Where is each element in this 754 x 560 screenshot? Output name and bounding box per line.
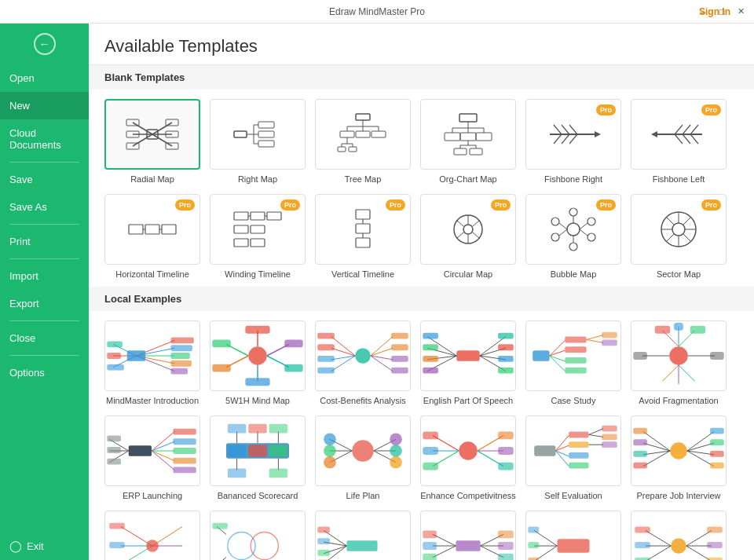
template-circular-map[interactable]: Pro Circular Map	[420, 194, 516, 280]
sidebar-item-open[interactable]: Open	[0, 64, 89, 92]
sidebar-item-new[interactable]: New	[0, 92, 89, 119]
example-self-eval[interactable]: Self Evaluation	[525, 415, 621, 501]
svg-rect-134	[107, 364, 124, 370]
svg-rect-82	[356, 210, 370, 219]
template-tree-map[interactable]: Tree Map	[315, 99, 411, 185]
sidebar-divider-4	[9, 320, 79, 321]
sidebar-divider-1	[9, 162, 79, 163]
template-sector-map[interactable]: Pro	[631, 194, 727, 280]
sign-in-button[interactable]: Sign In	[699, 6, 730, 17]
sidebar-item-save[interactable]: Save	[0, 166, 89, 193]
example-cost-benefits-thumb[interactable]	[315, 320, 411, 391]
example-self-eval-thumb[interactable]	[525, 415, 621, 486]
template-sector-map-thumb[interactable]: Pro	[631, 194, 727, 265]
template-v-timeline-thumb[interactable]: Pro	[315, 194, 411, 265]
svg-rect-296	[710, 451, 724, 457]
template-fishbone-left[interactable]: Pro Fishbone Left	[631, 99, 727, 185]
example-mindmaster-intro[interactable]: MindMaster Introduction	[104, 320, 200, 406]
example-prepare-job[interactable]: Prepare Job Interview	[631, 415, 727, 501]
template-v-timeline[interactable]: Pro Vertical Timeline	[315, 194, 411, 280]
svg-line-275	[589, 429, 604, 435]
svg-rect-193	[602, 331, 617, 338]
template-radial-map-thumb[interactable]	[104, 99, 200, 170]
template-w-timeline-thumb[interactable]: Pro	[210, 194, 306, 265]
example-avoid-frag-thumb[interactable]	[631, 320, 727, 391]
template-orgchart-map[interactable]: Org-Chart Map	[420, 99, 516, 185]
svg-rect-177	[423, 367, 438, 373]
template-h-timeline-thumb[interactable]: Pro	[104, 194, 200, 265]
example-row3-3-thumb[interactable]	[315, 511, 411, 560]
example-cost-benefits[interactable]: Cost-Benefits Analysis	[315, 320, 411, 406]
example-balanced[interactable]: Bananced Scorecard	[210, 415, 306, 501]
content-scroll[interactable]: Blank Templates	[89, 65, 754, 560]
template-right-map[interactable]: Right Map	[210, 99, 306, 185]
example-english-parts[interactable]: English Part Of Speech	[420, 320, 516, 406]
template-tree-map-thumb[interactable]	[315, 99, 411, 170]
sidebar-item-options[interactable]: Options	[0, 359, 89, 386]
example-mindmaster-intro-thumb[interactable]	[104, 320, 200, 391]
example-life-plan-thumb[interactable]	[315, 415, 411, 486]
example-row3-5[interactable]	[525, 511, 621, 560]
example-avoid-frag[interactable]: Avoid Fragmentation	[631, 320, 727, 406]
svg-rect-159	[317, 356, 335, 362]
svg-rect-207	[633, 352, 647, 360]
template-fishbone-right-thumb[interactable]: Pro	[525, 99, 621, 170]
svg-rect-43	[445, 133, 460, 141]
svg-rect-77	[234, 225, 248, 233]
template-h-timeline[interactable]: Pro Horizontal Timeline	[104, 194, 200, 280]
example-erp-thumb[interactable]	[104, 415, 200, 486]
svg-rect-13	[234, 131, 247, 137]
example-row3-5-thumb[interactable]	[525, 511, 621, 560]
exit-button[interactable]: ◯ Exit	[0, 532, 89, 560]
svg-rect-349	[635, 527, 650, 533]
example-row3-4-thumb[interactable]	[420, 511, 516, 560]
back-button[interactable]: ←	[0, 24, 89, 64]
svg-rect-335	[557, 539, 589, 553]
sidebar-item-close[interactable]: Close	[0, 324, 89, 352]
example-prepare-job-thumb[interactable]	[631, 415, 727, 486]
example-enhance[interactable]: Enhance Competivitness	[420, 415, 516, 501]
example-enhance-thumb[interactable]	[420, 415, 516, 486]
template-radial-map[interactable]: Radial Map	[104, 99, 200, 185]
template-fishbone-left-thumb[interactable]: Pro	[631, 99, 727, 170]
svg-rect-180	[498, 356, 514, 362]
example-self-eval-label: Self Evaluation	[544, 490, 602, 501]
example-row3-4[interactable]	[420, 511, 516, 560]
example-row3-1[interactable]	[104, 511, 200, 560]
sidebar-item-print[interactable]: Print	[0, 228, 89, 255]
svg-rect-224	[173, 458, 196, 464]
example-row3-2-thumb[interactable]	[210, 511, 306, 560]
template-w-timeline[interactable]: Pro Winding Timeli	[210, 194, 306, 280]
example-case-study-thumb[interactable]	[525, 320, 621, 391]
example-life-plan[interactable]: Life Plan	[315, 415, 411, 501]
example-english-parts-thumb[interactable]	[420, 320, 516, 391]
template-bubble-map-thumb[interactable]: Pro	[525, 194, 621, 265]
example-balanced-thumb[interactable]	[210, 415, 306, 486]
template-bubble-map[interactable]: Pro	[525, 194, 621, 280]
svg-rect-225	[173, 467, 196, 473]
svg-line-104	[559, 229, 567, 236]
example-row3-6[interactable]	[631, 511, 727, 560]
example-5w1h-thumb[interactable]	[210, 320, 306, 391]
sidebar-item-saveas[interactable]: Save As	[0, 193, 89, 221]
svg-line-199	[662, 364, 679, 381]
template-right-map-thumb[interactable]	[210, 99, 306, 170]
example-row3-1-thumb[interactable]	[104, 511, 200, 560]
svg-line-3	[152, 123, 172, 134]
example-erp[interactable]: ERP Launching	[104, 415, 200, 501]
example-5w1h[interactable]: 5W1H Mind Map	[210, 320, 306, 406]
sidebar-item-import[interactable]: Import	[0, 262, 89, 290]
example-case-study[interactable]: Case Study	[525, 320, 621, 406]
example-row3-3[interactable]	[315, 511, 411, 560]
svg-rect-264	[498, 447, 514, 455]
example-row3-6-thumb[interactable]	[631, 511, 727, 560]
template-fishbone-right[interactable]: Pro Fishbone Right	[525, 99, 621, 185]
close-button[interactable]: ✕	[734, 5, 748, 19]
template-orgchart-map-thumb[interactable]	[420, 99, 516, 170]
sidebar-item-export[interactable]: Export	[0, 290, 89, 317]
example-row3-2[interactable]	[210, 511, 306, 560]
sidebar-item-cloud[interactable]: Cloud Documents	[0, 119, 89, 159]
template-circular-map-thumb[interactable]: Pro	[420, 194, 516, 265]
svg-marker-61	[651, 131, 657, 137]
svg-rect-227	[228, 445, 246, 457]
